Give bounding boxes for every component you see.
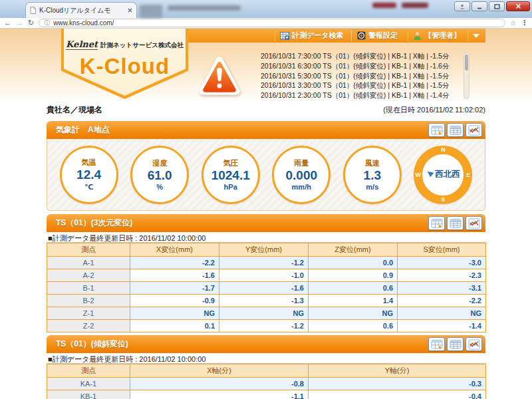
site-name-label: 貴社名／現場名 [47, 104, 102, 116]
current-datetime: (現在日時 2016/11/02 11:02:02) [383, 105, 485, 115]
weather-gauges: 気温 12.4 ℃ 湿度 61.0 % 気圧 1024.1 hPa 雨量 0.0… [47, 139, 485, 211]
ts1-panel-title: TS（01）(3次元変位) [56, 217, 428, 229]
background-window-title-blur [168, 5, 241, 11]
nav-separator [351, 30, 352, 41]
compass-south-label: S [441, 197, 445, 203]
close-icon [515, 3, 521, 9]
browser-tab-strip: K-Cloudリアルタイムモ [0, 0, 532, 18]
weather-panel-title: 気象計 A地点 [56, 124, 428, 136]
ts1-panel-header: TS（01）(3次元変位) [47, 214, 485, 232]
nav-separator [467, 30, 468, 41]
alarm-settings-icon [357, 31, 366, 40]
browser-toolbar: ← → ↻ ⓘ www.kns-cloud.com/ ☆ ⋮ [0, 18, 532, 29]
gauge-wind-speed: 風速 1.3 m/s [343, 146, 402, 204]
ts2-panel-title: TS（01）(傾斜変位) [56, 338, 428, 350]
tab-close-icon[interactable] [128, 8, 132, 13]
table-row: KA-1 -0.8 -0.3 [47, 378, 486, 390]
close-button[interactable] [506, 1, 530, 11]
gauge-rainfall: 雨量 0.000 mm/h [272, 146, 331, 204]
site-row: 貴社名／現場名 (現在日時 2016/11/02 11:02:02) [47, 104, 485, 116]
wind-direction-value: 西北西 [435, 169, 460, 180]
browser-tab-kcloud[interactable]: K-Cloudリアルタイムモ [25, 2, 137, 18]
site-info-icon[interactable]: ⓘ [44, 20, 50, 26]
minimize-icon [477, 4, 482, 9]
background-window-red-blur2 [402, 3, 428, 8]
ts2-header-row: 測点 X軸(分) Y軸(分) [47, 364, 486, 378]
warning-triangle-icon [199, 56, 240, 97]
alert-scrollbar[interactable] [464, 52, 469, 99]
table-row: B-2 -0.9 -1.3 1.4 -2.2 [47, 295, 486, 307]
table-row: B-1 -1.7 -1.6 0.6 -3.1 [47, 282, 486, 295]
ts1-data-table: 測点 X変位(mm) Y変位(mm) Z変位(mm) S変位(mm) A-1 -… [47, 243, 486, 332]
alert-data-view-button[interactable] [428, 337, 445, 351]
alert-row: 2016/10/31 3:30:00 TS（01）(傾斜変位) | KB-1 |… [261, 80, 460, 90]
weather-panel: 気象計 A地点 気温 12.4 ℃ 湿度 61.0 [47, 121, 485, 211]
wind-direction-arrow-icon [426, 170, 435, 179]
ts2-panel: TS（01）(傾斜変位) ■計測データ最終更新日時 : 2016/11/02 1… [47, 335, 485, 399]
alert-row: 2016/10/31 6:30:00 TS（01）(傾斜変位) | KB-1 |… [261, 61, 460, 70]
top-navbar: 計測データ検索 警報設定 【管理者】 [188, 29, 485, 43]
table-row: A-1 -2.2 -1.2 0.0 -3.0 [47, 257, 486, 269]
weather-panel-header: 気象計 A地点 [47, 121, 485, 139]
nav-separator [408, 30, 408, 41]
address-bar[interactable]: ⓘ www.kns-cloud.com/ [39, 19, 505, 27]
browser-menu-icon[interactable]: ⋮ [521, 19, 528, 27]
alert-row: 2016/10/31 5:30:00 TS（01）(傾斜変位) | KB-1 |… [261, 71, 460, 80]
nav-dropdown[interactable] [473, 29, 479, 43]
page-content: Kelnet 計測ネットサービス株式会社 K-Cloud 計測データ検索 [0, 29, 532, 399]
kcloud-product-logo: K-Cloud [80, 54, 170, 79]
alert-data-view-button[interactable] [428, 216, 445, 230]
alert-row: 2016/10/31 7:30:00 TS（01）(傾斜変位) | KB-1 |… [261, 51, 460, 61]
company-name-text: 計測ネットサービス株式会社 [100, 41, 184, 50]
table-view-button[interactable] [447, 123, 464, 137]
ts1-last-updated: ■計測データ最終更新日時 : 2016/11/02 10:00:00 [47, 232, 485, 243]
compass-north-label: N [441, 147, 446, 153]
kelnet-brand-text: Kelnet [66, 39, 98, 50]
tab-title: K-Cloudリアルタイムモ [39, 6, 124, 15]
compass-east-label: E [466, 172, 470, 178]
gauge-temperature: 気温 12.4 ℃ [60, 146, 118, 204]
ts1-panel: TS（01）(3次元変位) ■計測データ最終更新日時 : 2016/11/02 … [47, 214, 485, 332]
nav-separator [275, 30, 275, 41]
minimize-button[interactable] [471, 1, 487, 11]
admin-user-icon [413, 31, 422, 41]
nav-data-search[interactable]: 計測データ検索 [280, 29, 344, 43]
ts2-panel-header: TS（01）(傾斜変位) [47, 335, 485, 353]
alert-scrollbar-thumb[interactable] [465, 55, 468, 70]
ts1-header-row: 測点 X変位(mm) Y変位(mm) Z変位(mm) S変位(mm) [47, 243, 486, 257]
ts2-last-updated: ■計測データ最終更新日時 : 2016/11/02 10:00:00 [47, 353, 485, 364]
table-row: Z-1 NG NG NG NG [47, 307, 486, 320]
graph-view-button[interactable] [466, 123, 482, 137]
url-text[interactable]: www.kns-cloud.com/ [53, 20, 114, 27]
compass-west-label: W [415, 172, 421, 178]
page-document-icon [30, 7, 36, 14]
gauge-humidity: 湿度 61.0 % [130, 146, 189, 204]
table-row: Z-2 0.1 -1.2 0.6 -1.4 [47, 320, 486, 332]
nav-alarm-settings[interactable]: 警報設定 [357, 29, 398, 43]
reload-icon[interactable]: ↻ [28, 19, 34, 27]
table-view-button[interactable] [447, 337, 464, 351]
table-view-button[interactable] [447, 216, 464, 230]
forward-icon[interactable]: → [16, 19, 23, 27]
maximize-button[interactable] [489, 1, 505, 11]
table-row: KB-1 -1.1 -0.4 [47, 390, 486, 399]
alert-data-view-button[interactable] [428, 123, 445, 137]
alert-row: 2016/10/31 2:30:00 TS（01）(傾斜変位) | KB-1 |… [261, 90, 460, 100]
maximize-icon [494, 4, 500, 9]
profile-button[interactable] [454, 1, 470, 11]
graph-view-button[interactable] [466, 337, 482, 351]
data-table-search-icon [280, 32, 289, 40]
chevron-down-icon [473, 34, 479, 38]
nav-admin-menu[interactable]: 【管理者】 [413, 29, 461, 43]
ts2-data-table: 測点 X軸(分) Y軸(分) KA-1 -0.8 -0.3 KB-1 -1.1 … [47, 364, 486, 399]
back-icon[interactable]: ← [4, 19, 11, 27]
bookmark-star-icon[interactable]: ☆ [510, 20, 516, 27]
background-window-blur [140, 5, 162, 18]
alert-list[interactable]: 2016/10/31 7:30:00 TS（01）(傾斜変位) | KB-1 |… [261, 51, 460, 100]
person-icon [460, 4, 465, 9]
wind-direction-compass: N E S W 西北西 [414, 146, 472, 204]
background-window-red-blur [372, 3, 396, 8]
gauge-pressure: 気圧 1024.1 hPa [201, 146, 260, 204]
table-row: A-2 -1.6 -1.0 0.9 -2.3 [47, 269, 486, 282]
graph-view-button[interactable] [466, 216, 482, 230]
